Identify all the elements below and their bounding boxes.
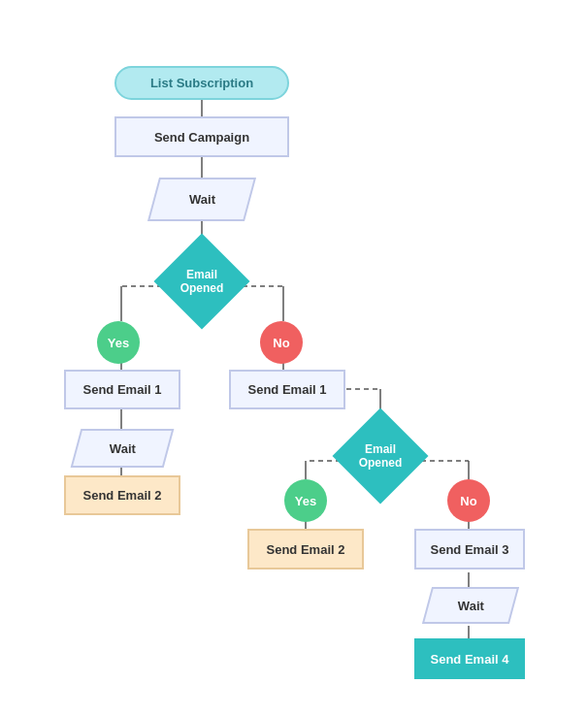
send-email3-node[interactable]: Send Email 3 bbox=[414, 529, 525, 570]
no1-circle: No bbox=[260, 321, 303, 364]
yes1-circle: Yes bbox=[97, 321, 140, 364]
no2-circle: No bbox=[447, 479, 490, 522]
send-campaign-node[interactable]: Send Campaign bbox=[114, 116, 289, 157]
send-email2-right-node[interactable]: Send Email 2 bbox=[247, 529, 364, 570]
wait3-node[interactable]: Wait bbox=[422, 587, 519, 624]
send-email2-left-node[interactable]: Send Email 2 bbox=[64, 475, 180, 515]
email-opened1-node[interactable]: Email Opened bbox=[154, 234, 250, 330]
send-email4-node[interactable]: Send Email 4 bbox=[414, 638, 525, 679]
flowchart-diagram: List Subscription Send Campaign Wait Ema… bbox=[0, 0, 588, 716]
wait2-node[interactable]: Wait bbox=[71, 429, 175, 468]
yes2-circle: Yes bbox=[284, 479, 327, 522]
send-email1-right-node[interactable]: Send Email 1 bbox=[229, 370, 345, 409]
wait1-node[interactable]: Wait bbox=[147, 178, 256, 221]
send-email1-left-node[interactable]: Send Email 1 bbox=[64, 370, 180, 409]
list-subscription-node[interactable]: List Subscription bbox=[114, 66, 289, 100]
email-opened2-node[interactable]: Email Opened bbox=[333, 408, 429, 504]
